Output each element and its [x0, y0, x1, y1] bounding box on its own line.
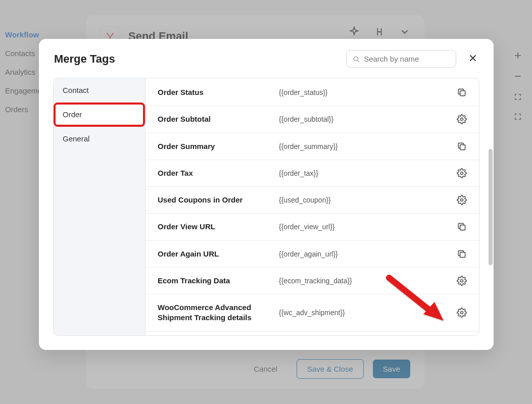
- tag-name: Order Status: [158, 87, 279, 97]
- tag-name: Used Coupons in Order: [158, 195, 279, 205]
- tag-row: Order Summary{{order_summary}}: [146, 133, 479, 160]
- tag-name: Order Again URL: [158, 249, 279, 259]
- tag-row: Used Coupons in Order{{used_coupon}}: [146, 187, 479, 214]
- svg-rect-3: [460, 144, 465, 149]
- tag-code: {{order_status}}: [279, 88, 457, 96]
- tag-row: Order Status{{order_status}}: [146, 78, 479, 106]
- category-sidebar: Contact Order General: [54, 78, 146, 335]
- close-button[interactable]: [467, 53, 478, 66]
- search-icon: [353, 55, 360, 63]
- category-order[interactable]: Order: [54, 103, 145, 127]
- svg-point-2: [461, 118, 463, 121]
- tag-row: Order Subtotal{{order_subtotal}}: [146, 106, 479, 133]
- gear-icon[interactable]: [457, 168, 467, 178]
- tag-name: Order Subtotal: [158, 114, 279, 124]
- svg-rect-6: [460, 225, 465, 230]
- close-icon: [467, 53, 478, 64]
- tag-name: Order View URL: [158, 222, 279, 232]
- svg-rect-1: [460, 91, 465, 96]
- svg-point-8: [461, 279, 463, 282]
- copy-icon[interactable]: [457, 141, 467, 152]
- tag-code: {{order_subtotal}}: [279, 115, 457, 123]
- tag-name: WooCommerce Advanced Shipment Tracking d…: [158, 302, 279, 323]
- gear-icon[interactable]: [457, 308, 467, 318]
- copy-icon[interactable]: [457, 87, 467, 97]
- tag-row: Ecom Tracking Data{{ecom_tracking_data}}: [146, 268, 479, 294]
- svg-point-4: [461, 172, 463, 174]
- category-contact[interactable]: Contact: [54, 78, 145, 103]
- tag-code: {{order_again_url}}: [279, 250, 457, 258]
- scrollbar[interactable]: [489, 83, 493, 336]
- copy-icon[interactable]: [457, 222, 467, 232]
- category-general[interactable]: General: [54, 127, 145, 151]
- tag-list: Order Status{{order_status}}Order Subtot…: [146, 78, 479, 335]
- tag-code: {{order_tax}}: [279, 169, 457, 177]
- tag-name: Ecom Tracking Data: [158, 276, 279, 286]
- gear-icon[interactable]: [457, 276, 467, 286]
- svg-point-5: [461, 199, 463, 201]
- svg-point-0: [354, 57, 358, 61]
- gear-icon[interactable]: [457, 114, 467, 124]
- tag-row: Order Tax{{order_tax}}: [146, 160, 479, 187]
- scrollbar-thumb[interactable]: [489, 149, 493, 265]
- merge-tags-modal: Merge Tags Contact Order General Order S…: [39, 39, 494, 350]
- tag-name: Order Summary: [158, 141, 279, 152]
- tag-name: Order Tax: [158, 168, 279, 178]
- tag-code: {{used_coupon}}: [279, 196, 457, 204]
- gear-icon[interactable]: [457, 195, 467, 205]
- tag-code: {{order_summary}}: [279, 142, 457, 150]
- search-input-wrap[interactable]: [346, 50, 456, 68]
- tag-code: {{ecom_tracking_data}}: [279, 277, 457, 285]
- modal-title: Merge Tags: [54, 53, 115, 66]
- tag-row: Order Again URL{{order_again_url}}: [146, 241, 479, 268]
- copy-icon[interactable]: [457, 249, 467, 259]
- tag-code: {{wc_adv_shipment}}: [279, 309, 457, 317]
- search-input[interactable]: [364, 55, 450, 63]
- tag-row: Order View URL{{order_view_url}}: [146, 214, 479, 240]
- svg-point-9: [461, 312, 463, 314]
- tag-code: {{order_view_url}}: [279, 223, 457, 231]
- tag-row: WooCommerce Advanced Shipment Tracking d…: [146, 294, 479, 332]
- svg-rect-7: [460, 252, 465, 257]
